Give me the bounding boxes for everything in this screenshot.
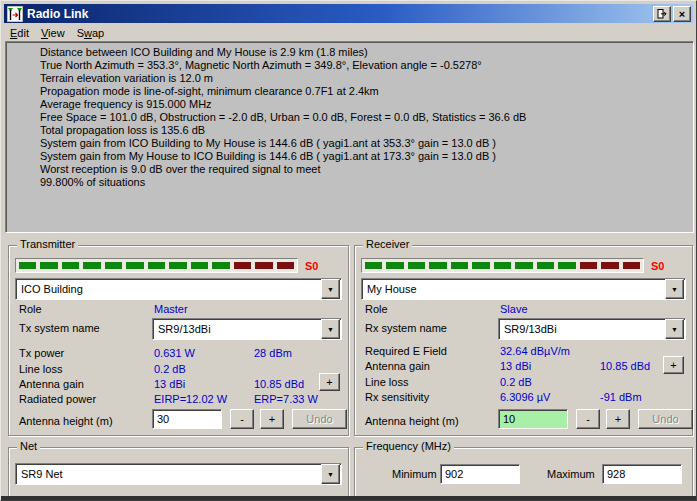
tx-role-value: Master — [154, 303, 188, 315]
tx-undo-button[interactable]: Undo — [292, 409, 347, 429]
menu-swap[interactable]: Swap — [71, 26, 111, 40]
tx-height-decrease-button[interactable]: - — [230, 409, 254, 429]
tx-height-increase-button[interactable]: + — [260, 409, 284, 429]
rx-unit-dropdown-button[interactable]: ▼ — [665, 279, 684, 299]
tx-antenna-gain-dbi: 13 dBi — [154, 378, 185, 390]
tx-signal-meter — [15, 258, 298, 273]
link-info-panel: Distance between ICO Building and My Hou… — [5, 41, 694, 233]
rx-sensitivity-uv: 6.3096 µV — [500, 391, 550, 403]
info-system-gain-reverse: System gain from My House to ICO Buildin… — [40, 150, 687, 163]
tx-antenna-height-input[interactable] — [152, 409, 222, 429]
info-propagation-mode: Propagation mode is line-of-sight, minim… — [40, 85, 687, 98]
chevron-down-icon: ▼ — [671, 286, 678, 293]
rx-unit-select[interactable]: My House ▼ — [361, 278, 686, 300]
rx-system-dropdown-button[interactable]: ▼ — [665, 319, 684, 339]
chevron-down-icon: ▼ — [671, 326, 678, 333]
tx-antenna-gain-label: Antenna gain — [19, 378, 84, 390]
rx-sensitivity-dbm: -91 dBm — [600, 391, 642, 403]
menu-bar: Edit View Swap — [4, 24, 693, 41]
popout-icon — [657, 9, 668, 19]
rx-antenna-gain-dbi: 13 dBi — [500, 360, 531, 372]
tx-antenna-gain-dbd: 10.85 dBd — [254, 378, 304, 390]
rx-antenna-height-label: Antenna height (m) — [365, 415, 459, 427]
chevron-down-icon: ▼ — [327, 471, 334, 478]
tx-radiated-power-label: Radiated power — [19, 393, 96, 405]
rx-efield-value: 32.64 dBµV/m — [500, 345, 570, 357]
title-bar[interactable]: Radio Link × — [4, 4, 693, 23]
menu-edit[interactable]: Edit — [4, 26, 35, 40]
rx-height-decrease-button[interactable]: - — [576, 409, 600, 429]
close-icon: × — [679, 9, 685, 19]
rx-signal-meter — [361, 258, 644, 273]
window-title: Radio Link — [27, 7, 651, 21]
rx-antenna-height-input[interactable] — [498, 409, 568, 429]
tx-system-label: Tx system name — [19, 322, 100, 334]
tx-signal-level: S0 — [305, 260, 318, 272]
tx-line-loss-label: Line loss — [19, 363, 62, 375]
tx-power-label: Tx power — [19, 347, 64, 359]
net-value: SR9 Net — [16, 468, 321, 480]
info-worst-reception: Worst reception is 9.0 dB over the requi… — [40, 163, 687, 176]
net-select[interactable]: SR9 Net ▼ — [15, 463, 342, 485]
chevron-down-icon: ▼ — [327, 286, 334, 293]
receiver-group: Receiver S0 My House ▼ Role Slave Rx sys… — [354, 245, 693, 436]
rx-system-label: Rx system name — [365, 322, 447, 334]
close-button[interactable]: × — [673, 6, 691, 22]
receiver-group-label: Receiver — [363, 238, 412, 250]
popout-button[interactable] — [653, 6, 671, 22]
rx-role-label: Role — [365, 303, 388, 315]
tx-unit-select[interactable]: ICO Building ▼ — [15, 278, 342, 300]
info-losses-breakdown: Free Space = 101.0 dB, Obstruction = -2.… — [40, 111, 687, 124]
tx-erp-value: ERP=7.33 W — [254, 393, 318, 405]
info-system-gain-forward: System gain from ICO Building to My Hous… — [40, 137, 687, 150]
frequency-group-label: Frequency (MHz) — [363, 440, 454, 452]
info-terrain: Terrain elevation variation is 12.0 m — [40, 72, 687, 85]
window-bottom-edge — [1, 496, 696, 500]
tx-antenna-height-label: Antenna height (m) — [19, 415, 113, 427]
info-distance: Distance between ICO Building and My Hou… — [40, 46, 687, 59]
net-group-label: Net — [17, 440, 40, 452]
tx-role-label: Role — [19, 303, 42, 315]
rx-sensitivity-label: Rx sensitivity — [365, 391, 429, 403]
rx-antenna-gain-dbd: 10.85 dBd — [600, 360, 650, 372]
info-azimuth: True North Azimuth = 353.3°, Magnetic No… — [40, 59, 687, 72]
tx-eirp-value: EIRP=12.02 W — [154, 393, 227, 405]
tx-system-dropdown-button[interactable]: ▼ — [321, 319, 340, 339]
rx-line-loss-label: Line loss — [365, 376, 408, 388]
rx-system-select[interactable]: SR9/13dBi ▼ — [498, 318, 686, 340]
frequency-maximum-input[interactable] — [602, 464, 682, 484]
chevron-down-icon: ▼ — [327, 326, 334, 333]
frequency-maximum-label: Maximum — [547, 468, 595, 480]
tx-line-loss-value: 0.2 dB — [154, 363, 186, 375]
rx-line-loss-value: 0.2 dB — [500, 376, 532, 388]
rx-signal-level: S0 — [651, 260, 664, 272]
rx-system-value: SR9/13dBi — [499, 323, 665, 335]
tx-power-dbm: 28 dBm — [254, 347, 292, 359]
frequency-minimum-input[interactable] — [440, 464, 520, 484]
frequency-minimum-label: Minimum — [392, 468, 437, 480]
info-total-loss: Total propagation loss is 135.6 dB — [40, 124, 687, 137]
rx-role-value: Slave — [500, 303, 528, 315]
app-icon — [7, 6, 23, 22]
frequency-group: Frequency (MHz) Minimum Maximum — [354, 447, 693, 498]
tx-system-select[interactable]: SR9/13dBi ▼ — [152, 318, 342, 340]
rx-antenna-detail-button[interactable]: + — [663, 356, 684, 374]
tx-antenna-detail-button[interactable]: + — [319, 373, 340, 391]
rx-efield-label: Required E Field — [365, 345, 447, 357]
rx-height-increase-button[interactable]: + — [606, 409, 630, 429]
transmitter-group: Transmitter S0 ICO Building ▼ Role Maste… — [8, 245, 349, 436]
net-dropdown-button[interactable]: ▼ — [321, 464, 340, 484]
radio-link-window: Radio Link × Edit View Swap Distance bet… — [0, 0, 697, 501]
tx-power-watts: 0.631 W — [154, 347, 195, 359]
tx-unit-value: ICO Building — [16, 283, 321, 295]
rx-antenna-gain-label: Antenna gain — [365, 360, 430, 372]
tx-unit-dropdown-button[interactable]: ▼ — [321, 279, 340, 299]
rx-unit-value: My House — [362, 283, 665, 295]
transmitter-group-label: Transmitter — [17, 238, 78, 250]
net-group: Net SR9 Net ▼ — [8, 447, 349, 498]
menu-view[interactable]: View — [35, 26, 71, 40]
tx-system-value: SR9/13dBi — [153, 323, 321, 335]
info-situations: 99.800% of situations — [40, 176, 687, 189]
info-average-frequency: Average frequency is 915.000 MHz — [40, 98, 687, 111]
rx-undo-button[interactable]: Undo — [638, 409, 693, 429]
